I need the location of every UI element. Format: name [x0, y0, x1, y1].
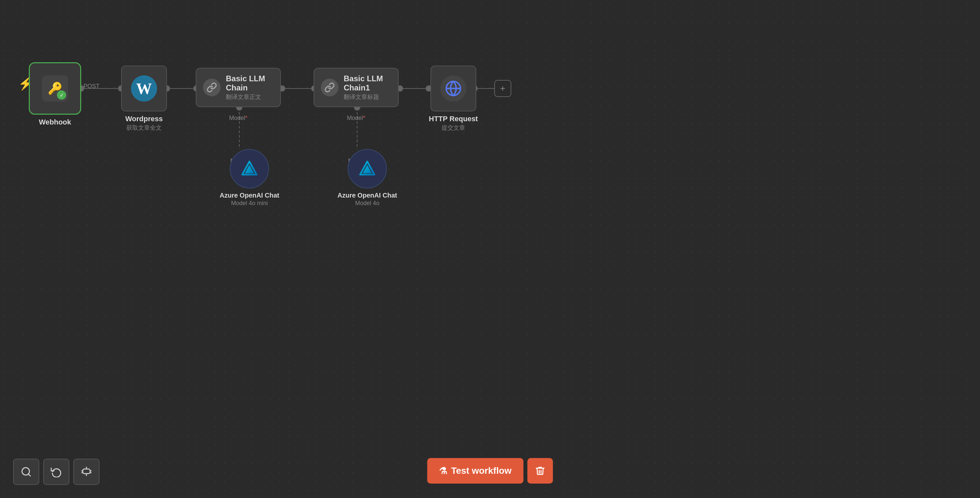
webhook-node[interactable]: 🔑 ✓ Webhook: [29, 62, 81, 126]
chain2-icon: [321, 79, 339, 96]
http-request-sublabel: 提交文章: [442, 124, 465, 132]
globe-icon: [445, 80, 462, 97]
add-node-button[interactable]: +: [494, 80, 511, 97]
wordpress-icon: W: [136, 80, 152, 97]
canvas: POST ⚡ 🔑 ✓ Webhook W Wordpress 获取文章全文: [0, 0, 980, 498]
debug-button[interactable]: [73, 459, 100, 485]
azure1-icon: [240, 159, 259, 179]
llm-chain1-node[interactable]: Basic LLM Chain 翻译文章正文 Model* Model: [196, 68, 281, 107]
llm2-subtitle: 翻译文章标题: [344, 93, 391, 101]
azure2-label2: Model 4o: [355, 200, 379, 207]
undo-button[interactable]: [43, 459, 69, 485]
http-request-node[interactable]: HTTP Request 提交文章: [429, 65, 478, 132]
test-workflow-area: ⚗ Test workflow: [427, 458, 553, 484]
azure1-label: Azure OpenAI Chat: [220, 192, 279, 199]
llm2-title: Basic LLM Chain1: [344, 74, 391, 93]
trash-icon: [535, 466, 545, 476]
webhook-check-badge: ✓: [57, 91, 66, 100]
test-workflow-label: Test workflow: [451, 466, 512, 476]
azure-chat1-node[interactable]: Azure OpenAI Chat Model 4o mini: [220, 149, 279, 207]
bottom-toolbar: [13, 459, 100, 485]
delete-button[interactable]: [527, 458, 553, 484]
azure2-label: Azure OpenAI Chat: [337, 192, 397, 199]
llm1-title: Basic LLM Chain: [226, 74, 274, 93]
http-request-label: HTTP Request: [429, 115, 478, 123]
llm1-model-label: Model*: [229, 115, 247, 121]
flask-icon: ⚗: [439, 466, 447, 476]
post-label: POST: [83, 83, 100, 90]
llm2-model-label: Model*: [347, 115, 365, 121]
svg-line-29: [29, 474, 30, 476]
wordpress-node[interactable]: W Wordpress 获取文章全文: [121, 65, 167, 132]
llm1-subtitle: 翻译文章正文: [226, 93, 274, 101]
llm-chain2-node[interactable]: Basic LLM Chain1 翻译文章标题 Model* Model: [313, 68, 399, 107]
zoom-button[interactable]: [13, 459, 39, 485]
wordpress-label: Wordpress: [126, 115, 163, 123]
zoom-icon: [21, 466, 32, 477]
webhook-label: Webhook: [39, 118, 72, 126]
azure2-icon: [358, 159, 377, 179]
azure-chat2-node[interactable]: Azure OpenAI Chat Model 4o: [337, 149, 397, 207]
chain1-icon: [203, 79, 221, 96]
wordpress-sublabel: 获取文章全文: [126, 124, 162, 132]
azure1-label2: Model 4o mini: [231, 200, 268, 207]
undo-icon: [51, 466, 62, 477]
debug-icon: [81, 466, 92, 477]
test-workflow-button[interactable]: ⚗ Test workflow: [427, 458, 523, 484]
